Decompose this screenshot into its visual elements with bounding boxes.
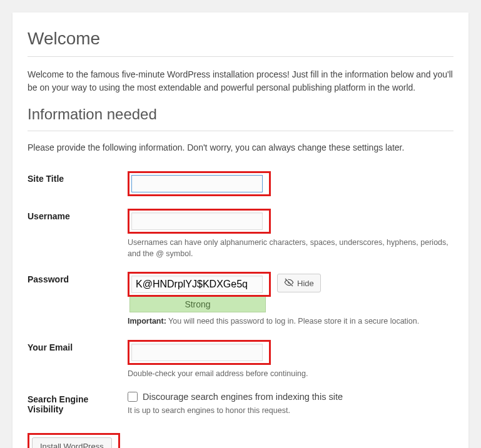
- highlight-box: [128, 272, 271, 297]
- intro-text: Welcome to the famous five-minute WordPr…: [28, 68, 453, 94]
- password-strength: Strong: [129, 297, 266, 312]
- sub-text: Please provide the following information…: [28, 142, 453, 152]
- username-label: Username: [28, 211, 70, 221]
- username-hint: Usernames can have only alphanumeric cha…: [128, 237, 453, 259]
- highlight-box: [128, 209, 271, 234]
- install-card: Welcome Welcome to the famous five-minut…: [13, 12, 468, 448]
- username-input[interactable]: [131, 212, 263, 230]
- sev-checkbox-label: Discourage search engines from indexing …: [143, 392, 343, 402]
- welcome-heading: Welcome: [28, 29, 453, 49]
- sev-label: Search Engine Visibility: [28, 394, 88, 414]
- email-input[interactable]: [131, 344, 263, 361]
- hide-password-button[interactable]: Hide: [277, 274, 321, 292]
- site-title-label: Site Title: [28, 174, 64, 184]
- password-hint: Important: You will need this password t…: [128, 316, 453, 327]
- password-input[interactable]: [131, 276, 263, 293]
- divider: [28, 131, 453, 131]
- sev-hint: It is up to search engines to honor this…: [128, 406, 453, 417]
- divider: [28, 56, 453, 57]
- email-hint: Double-check your email address before c…: [128, 369, 453, 380]
- highlight-box: [128, 340, 271, 365]
- highlight-box: Install WordPress: [28, 433, 120, 448]
- install-wordpress-button[interactable]: Install WordPress: [32, 437, 112, 448]
- install-form: Site Title Username Usernames can have o…: [28, 165, 453, 423]
- email-label: Your Email: [28, 342, 73, 352]
- info-needed-heading: Information needed: [28, 106, 453, 123]
- eye-off-icon: [284, 277, 294, 289]
- sev-checkbox[interactable]: [128, 392, 138, 402]
- hide-button-label: Hide: [297, 279, 314, 288]
- password-label: Password: [28, 274, 69, 284]
- site-title-input[interactable]: [131, 175, 263, 192]
- highlight-box: [128, 171, 271, 196]
